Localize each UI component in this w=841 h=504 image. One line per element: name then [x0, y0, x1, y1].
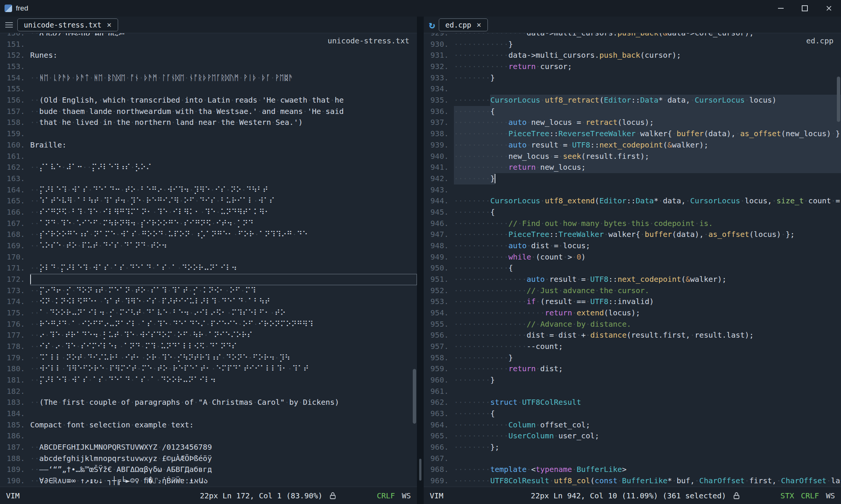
code-line[interactable]: 953.················if·(result·==·UTF8::… [424, 296, 841, 307]
code-line[interactable]: 963.········{ [424, 408, 841, 419]
code-line[interactable]: 930.············} [424, 39, 841, 50]
tab-unicode-stress-txt[interactable]: unicode-stress.txt × [17, 18, 118, 31]
code-line[interactable]: 182. [0, 386, 417, 397]
code-line[interactable]: 961. [424, 386, 841, 397]
code-line[interactable]: 969.········UTF8ColResult·utf8_col(const… [424, 475, 841, 487]
code-line[interactable]: 959.············return·dist; [424, 363, 841, 375]
code-line[interactable]: 168.··⡎⠊⠗⠕⠕⠛⠑⠰⠎·⠝⠁⠍⠑·⠺⠁⠎·⠛⠕⠕⠙·⠥⠏⠕⠝·⠰⡡⠁⠝⠛… [0, 229, 417, 240]
scrollbar-thumb[interactable] [413, 369, 416, 424]
lock-icon[interactable] [329, 492, 336, 500]
code-line[interactable]: 933.········} [424, 72, 841, 84]
right-editor[interactable]: 929.················data->multi_cursors.… [424, 33, 841, 487]
code-line[interactable]: 185.Compact·font·selection·example·text: [0, 419, 417, 431]
code-line[interactable]: 936.········{ [424, 106, 841, 117]
code-line[interactable]: 156.··(Old·English,·which·transcribed·in… [0, 95, 417, 106]
code-line[interactable]: 965.············UserColumn·user_col; [424, 430, 841, 442]
code-line[interactable]: 960.········} [424, 375, 841, 386]
code-line[interactable]: 956.················dist·=·dist·+·distan… [424, 330, 841, 341]
sync-icon[interactable]: ↻ [429, 20, 435, 30]
code-line[interactable]: 955.················//·Advance·by·distan… [424, 319, 841, 330]
code-line[interactable]: 173.··⡍⠔⠙⠖·⡊·⠙⠕⠝⠰⠞·⠍⠑⠁⠝·⠞⠕·⠎⠁⠹·⠹⠁⠞·⡊·⠅⠝⠪… [0, 285, 417, 297]
code-line[interactable]: 950.············{ [424, 263, 841, 274]
code-line[interactable]: 163. [0, 173, 417, 184]
code-line[interactable]: 161. [0, 151, 417, 162]
code-line[interactable]: 188.··abcdefghijklmnopqrstuvwxyz·£©µÀÆÖÞ… [0, 453, 417, 464]
code-line[interactable]: 966.········}; [424, 442, 841, 453]
code-line[interactable]: 164.··⡍⠜⠇⠑⠹·⠺⠁⠎·⠙⠑⠁⠙⠒·⠞⠕·⠃⠑⠛⠔·⠺⠊⠹⠲·⡹⠻⠑·⠊… [0, 184, 417, 196]
code-line[interactable]: 153. [0, 61, 417, 72]
code-line[interactable]: 945.········{ [424, 207, 841, 218]
code-line[interactable]: 186. [0, 430, 417, 442]
tab-ed-cpp[interactable]: ed.cpp × [439, 18, 487, 31]
code-line[interactable]: 165.··⠱⠁⠞⠑⠧⠻·⠁⠃⠳⠞·⠹⠁⠞⠲·⡹⠑·⠗⠑⠛⠊⠌⠻·⠕⠋·⠙⠊⠎·… [0, 195, 417, 207]
code-line[interactable]: 952.················//·Just·advance·the·… [424, 285, 841, 297]
code-line[interactable]: 170. [0, 252, 417, 263]
code-line[interactable]: 157.··bude·thaem·lande·northweardum·with… [0, 106, 417, 117]
maximize-button[interactable] [793, 0, 817, 17]
code-line[interactable]: 167.··⠁⠝⠙·⠹⠑·⠡⠊⠑⠋·⠍⠳⠗⠝⠻⠲·⡎⠊⠗⠕⠕⠛⠑·⠎⠊⠛⠝⠫·⠊… [0, 218, 417, 229]
code-line[interactable]: 181.··⡍⠜⠇⠑⠹·⠺⠁⠎·⠁⠎·⠙⠑⠁⠙·⠁⠎·⠁·⠙⠕⠕⠗⠤⠝⠁⠊⠇⠲ [0, 375, 417, 386]
code-line[interactable]: 171.··⡕⠇⠙·⡍⠜⠇⠑⠹·⠺⠁⠎·⠁⠎·⠙⠑⠁⠙·⠁⠎·⠁·⠙⠕⠕⠗⠤⠝⠁… [0, 263, 417, 274]
code-line[interactable]: 942.········} [424, 173, 841, 184]
code-line[interactable]: 158.··that·he·lived·in·the·northern·land… [0, 117, 417, 128]
code-line[interactable]: 944.········CursorLocus·utf8_extend(Edit… [424, 195, 841, 207]
code-line[interactable]: 189.··–—‘“”„†•…‰™œŠŸž€·ΑΒΓΔΩαβγδω·АБВГДа… [0, 464, 417, 475]
code-line[interactable]: 951.················auto·result·=·UTF8::… [424, 274, 841, 285]
eol-indicator: CRLF [377, 491, 395, 500]
code-line[interactable]: 187.··ABCDEFGHIJKLMNOPQRSTUVWXYZ·/012345… [0, 442, 417, 453]
code-line[interactable]: 947.············PieceTree::TreeWalker·wa… [424, 229, 841, 240]
code-line[interactable]: 154.··ᚻᛖ·ᚳᚹᚫᚦ·ᚦᚫᛏ·ᚻᛖ·ᛒᚢᛞᛖ·ᚩᚾ·ᚦᚫᛗ·ᛚᚪᚾᛞᛖ·ᚾ… [0, 72, 417, 84]
code-line[interactable]: 175.··⠁·⠙⠕⠕⠗⠤⠝⠁⠊⠇⠲·⡊·⠍⠊⠣⠞·⠙⠁⠧⠑·⠃⠑⠲·⠔⠊⠇⠔⠫… [0, 307, 417, 319]
scrollbar-thumb[interactable] [837, 77, 840, 122]
code-line[interactable]: 957.················--count; [424, 341, 841, 352]
code-line[interactable]: 938.············PieceTree::ReverseTreeWa… [424, 128, 841, 140]
right-tab-bar: ↻ ed.cpp × [424, 17, 841, 33]
code-line[interactable]: 184. [0, 408, 417, 419]
code-line[interactable]: 159. [0, 128, 417, 140]
code-line[interactable]: 958.············} [424, 352, 841, 364]
code-line[interactable]: 155. [0, 83, 417, 95]
code-line[interactable]: 152.Runes: [0, 50, 417, 61]
code-line[interactable]: 174.··⠪⠝·⠅⠝⠪⠇⠫⠛⠑⠂·⠱⠁⠞·⠹⠻⠑·⠊⠎·⠏⠜⠞⠊⠊⠥⠇⠜⠇⠹·… [0, 296, 417, 307]
code-line[interactable]: 179.··⠩⠁⠇⠇·⠝⠕⠞·⠙⠊⠌⠥⠗⠃·⠊⠞⠂·⠕⠗·⠹⠑·⡊⠳⠝⠞⠗⠹⠰⠎… [0, 352, 417, 364]
code-line[interactable]: 934. [424, 83, 841, 95]
left-editor[interactable]: 150.··እግርህን·በፍራሽህ·ልክ·ዘርጋ።151.152.Runes:1… [0, 33, 417, 487]
code-line[interactable]: 964.············Column·offset_col; [424, 419, 841, 431]
code-line[interactable]: 180.··⠺⠊⠇⠇·⠹⠻⠑⠋⠕⠗⠑·⠏⠻⠍⠊⠞·⠍⠑·⠞⠕·⠗⠑⠏⠑⠁⠞⠂·⠑… [0, 363, 417, 375]
code-line[interactable]: 967. [424, 453, 841, 464]
code-line[interactable]: 948.············auto·dist·=·locus; [424, 240, 841, 252]
code-line[interactable]: 949.············while·(count·>·0) [424, 252, 841, 263]
code-line[interactable]: 954.····················return·extend(lo… [424, 307, 841, 319]
tab-close-icon[interactable]: × [107, 20, 112, 29]
code-line[interactable]: 943. [424, 184, 841, 196]
menu-icon[interactable] [5, 22, 13, 28]
code-line[interactable]: 932.············return·cursor; [424, 61, 841, 72]
code-line[interactable]: 962.········struct·UTF8ColResult [424, 397, 841, 408]
code-line[interactable]: 931.············data->multi_cursors.push… [424, 50, 841, 61]
pane-divider[interactable] [417, 17, 424, 504]
code-line[interactable]: 190.··∀∂∈ℝ∧∪≡∞·↑↗↨↻⇣·┐┼╔╘►☺♀·ﬁ�⑀₂ἠḂӥẄɐː⍎… [0, 475, 417, 487]
code-line[interactable]: 940.············new_locus·=·seek(result.… [424, 151, 841, 162]
code-line[interactable]: 177.··⠔·⠹⠑·⠞⠗⠁⠙⠑⠲·⡃⠥⠞·⠹⠑·⠺⠊⠎⠙⠕⠍·⠕⠋·⠳⠗·⠁⠝… [0, 330, 417, 341]
code-line[interactable]: 968.········template·<typename·BufferLik… [424, 464, 841, 475]
code-line[interactable]: 176.··⠗⠑⠛⠜⠙·⠁·⠊⠕⠋⠋⠔⠤⠝⠁⠊⠇·⠁⠎·⠹⠑·⠙⠑⠁⠙⠑⠌·⠏⠊… [0, 319, 417, 330]
code-line[interactable]: 939.············auto·result·=·UTF8::next… [424, 140, 841, 151]
code-line[interactable]: 172. [0, 274, 417, 285]
lock-icon[interactable] [733, 492, 740, 500]
code-line[interactable]: 160.Braille: [0, 140, 417, 151]
code-line[interactable]: 937.············auto·new_locus·=·retract… [424, 117, 841, 128]
code-line[interactable]: 178.··⠊⠎·⠔·⠹⠑·⠎⠊⠍⠊⠇⠑⠆·⠁⠝⠙·⠍⠹·⠥⠝⠙⠁⠇⠇⠪⠫·⠙⠁… [0, 341, 417, 352]
tab-close-icon[interactable]: × [477, 20, 481, 29]
code-line[interactable]: 941.············return·new_locus; [424, 162, 841, 173]
code-line[interactable]: 162.··⡌⠁⠧⠑·⠼⠁⠒··⡍⠜⠇⠑⠹⠰⠎·⡣⠕⠌ [0, 162, 417, 173]
code-line[interactable]: 935.········CursorLocus·utf8_retract(Edi… [424, 95, 841, 106]
code-line[interactable]: 929.················data->multi_cursors.… [424, 33, 841, 39]
code-line[interactable]: 166.··⠎⠊⠛⠝⠫·⠃⠹·⠹⠑·⠊⠇⠻⠛⠹⠍⠁⠝⠂·⠹⠑·⠊⠇⠻⠅⠂·⠹⠑·… [0, 207, 417, 218]
code-line[interactable]: 183.··(The·first·couple·of·paragraphs·of… [0, 397, 417, 408]
line-number: 188. [0, 453, 25, 464]
splitter-handle[interactable] [419, 459, 421, 481]
close-button[interactable] [817, 0, 841, 17]
minimize-button[interactable] [769, 0, 793, 17]
code-line[interactable]: 169.··⠡⠕⠎⠑·⠞⠕·⠏⠥⠞·⠙⠊⠎·⠙⠁⠝⠙·⠞⠕⠲ [0, 240, 417, 252]
code-line[interactable]: 946.············//·Find·out·how·many·byt… [424, 218, 841, 229]
